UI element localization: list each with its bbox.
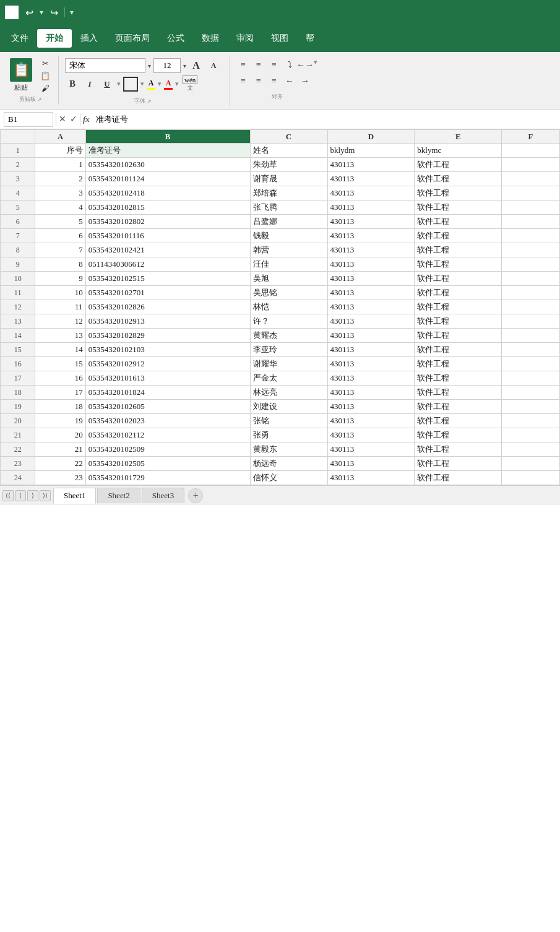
cell-B-17[interactable]: 05354320101613: [85, 371, 250, 386]
cell-D-13[interactable]: 430113: [327, 314, 415, 329]
cell-F-11[interactable]: [502, 286, 560, 300]
quick-access-arrow[interactable]: ▾: [70, 8, 74, 17]
underline-button[interactable]: U: [100, 77, 114, 92]
cell-C-12[interactable]: 林恺: [250, 300, 327, 314]
cell-F-7[interactable]: [502, 229, 560, 243]
confirm-formula-icon[interactable]: ✓: [70, 114, 77, 124]
cell-F-12[interactable]: [502, 300, 560, 314]
cell-B-23[interactable]: 05354320102505: [85, 457, 250, 471]
wen-button[interactable]: wén 文: [183, 76, 197, 92]
highlight-arrow[interactable]: ▾: [158, 80, 162, 88]
cell-B-2[interactable]: 05354320102630: [85, 158, 250, 172]
cell-C-23[interactable]: 杨远奇: [250, 457, 327, 471]
cell-B-22[interactable]: 05354320102509: [85, 442, 250, 457]
cell-B-19[interactable]: 05354320102605: [85, 400, 250, 414]
cell-A-2[interactable]: 1: [35, 158, 85, 172]
cell-E-17[interactable]: 软件工程: [415, 371, 502, 386]
bold-button[interactable]: B: [65, 77, 80, 92]
cell-E-24[interactable]: 软件工程: [415, 471, 502, 485]
top-align-button[interactable]: ≡: [236, 58, 250, 72]
cell-D-22[interactable]: 430113: [327, 442, 415, 457]
cell-D-1[interactable]: bklydm: [327, 144, 415, 158]
highlight-color-button[interactable]: A: [147, 79, 155, 90]
cell-A-14[interactable]: 13: [35, 329, 85, 343]
cell-A-6[interactable]: 5: [35, 215, 85, 229]
col-header-D[interactable]: D: [327, 130, 415, 144]
cell-A-4[interactable]: 3: [35, 186, 85, 201]
cell-E-9[interactable]: 软件工程: [415, 257, 502, 272]
cell-B-11[interactable]: 05354320102701: [85, 286, 250, 300]
cell-A-8[interactable]: 7: [35, 243, 85, 257]
sheet-nav-last[interactable]: ⟩⟩: [40, 490, 51, 501]
cell-F-10[interactable]: [502, 272, 560, 286]
cell-A-15[interactable]: 14: [35, 343, 85, 357]
cell-A-3[interactable]: 2: [35, 172, 85, 186]
cell-B-8[interactable]: 05354320102421: [85, 243, 250, 257]
font-color-button[interactable]: A: [164, 79, 173, 90]
redo-button[interactable]: ↪: [48, 7, 59, 18]
cell-B-5[interactable]: 05354320102815: [85, 201, 250, 215]
cell-E-7[interactable]: 软件工程: [415, 229, 502, 243]
cell-F-14[interactable]: [502, 329, 560, 343]
cell-F-20[interactable]: [502, 414, 560, 428]
cut-button[interactable]: ✂: [37, 58, 53, 69]
cell-E-6[interactable]: 软件工程: [415, 215, 502, 229]
cell-C-17[interactable]: 严金太: [250, 371, 327, 386]
cell-C-21[interactable]: 张勇: [250, 428, 327, 442]
cell-E-11[interactable]: 软件工程: [415, 286, 502, 300]
increase-font-button[interactable]: A: [189, 58, 204, 73]
sheet-nav-prev[interactable]: ⟨: [15, 490, 26, 501]
cell-F-6[interactable]: [502, 215, 560, 229]
cell-D-4[interactable]: 430113: [327, 186, 415, 201]
cell-D-12[interactable]: 430113: [327, 300, 415, 314]
underline-arrow[interactable]: ▾: [117, 80, 121, 88]
cell-E-18[interactable]: 软件工程: [415, 386, 502, 400]
cell-B-3[interactable]: 05354320101124: [85, 172, 250, 186]
col-header-C[interactable]: C: [250, 130, 327, 144]
cell-D-15[interactable]: 430113: [327, 343, 415, 357]
cell-E-10[interactable]: 软件工程: [415, 272, 502, 286]
cell-E-15[interactable]: 软件工程: [415, 343, 502, 357]
cell-E-14[interactable]: 软件工程: [415, 329, 502, 343]
indent-less-button[interactable]: ←: [283, 74, 296, 88]
middle-align-button[interactable]: ≡: [252, 58, 265, 72]
cell-A-23[interactable]: 22: [35, 457, 85, 471]
cell-C-15[interactable]: 李亚玲: [250, 343, 327, 357]
cell-D-21[interactable]: 430113: [327, 428, 415, 442]
decrease-font-button[interactable]: A: [206, 58, 221, 73]
cell-C-2[interactable]: 朱劲草: [250, 158, 327, 172]
font-name-dropdown[interactable]: ▾: [148, 63, 151, 69]
font-color-arrow[interactable]: ▾: [175, 80, 179, 88]
menu-pagelayout[interactable]: 页面布局: [106, 29, 158, 48]
cell-B-9[interactable]: 05114340306612: [85, 257, 250, 272]
cell-C-5[interactable]: 张飞腾: [250, 201, 327, 215]
cell-A-21[interactable]: 20: [35, 428, 85, 442]
cell-A-7[interactable]: 6: [35, 229, 85, 243]
cell-F-16[interactable]: [502, 357, 560, 371]
col-header-F[interactable]: F: [502, 130, 560, 144]
cell-E-16[interactable]: 软件工程: [415, 357, 502, 371]
cell-B-13[interactable]: 05354320102913: [85, 314, 250, 329]
cell-C-16[interactable]: 谢耀华: [250, 357, 327, 371]
cell-C-3[interactable]: 谢育晟: [250, 172, 327, 186]
cell-B-14[interactable]: 05354320102829: [85, 329, 250, 343]
cell-A-12[interactable]: 11: [35, 300, 85, 314]
cell-E-1[interactable]: bklymc: [415, 144, 502, 158]
col-header-B[interactable]: B: [85, 130, 250, 144]
cell-E-2[interactable]: 软件工程: [415, 158, 502, 172]
cell-D-7[interactable]: 430113: [327, 229, 415, 243]
cell-D-9[interactable]: 430113: [327, 257, 415, 272]
undo-dropdown[interactable]: ▾: [40, 8, 43, 17]
sheet-nav-first[interactable]: ⟨⟨: [2, 490, 14, 501]
cell-C-7[interactable]: 钱毅: [250, 229, 327, 243]
cell-D-24[interactable]: 430113: [327, 471, 415, 485]
cell-B-10[interactable]: 05354320102515: [85, 272, 250, 286]
cell-A-17[interactable]: 16: [35, 371, 85, 386]
menu-insert[interactable]: 插入: [72, 29, 106, 48]
cell-F-9[interactable]: [502, 257, 560, 272]
cell-E-13[interactable]: 软件工程: [415, 314, 502, 329]
cell-C-8[interactable]: 韩营: [250, 243, 327, 257]
col-header-A[interactable]: A: [35, 130, 85, 144]
border-button[interactable]: [123, 77, 138, 92]
cell-E-22[interactable]: 软件工程: [415, 442, 502, 457]
